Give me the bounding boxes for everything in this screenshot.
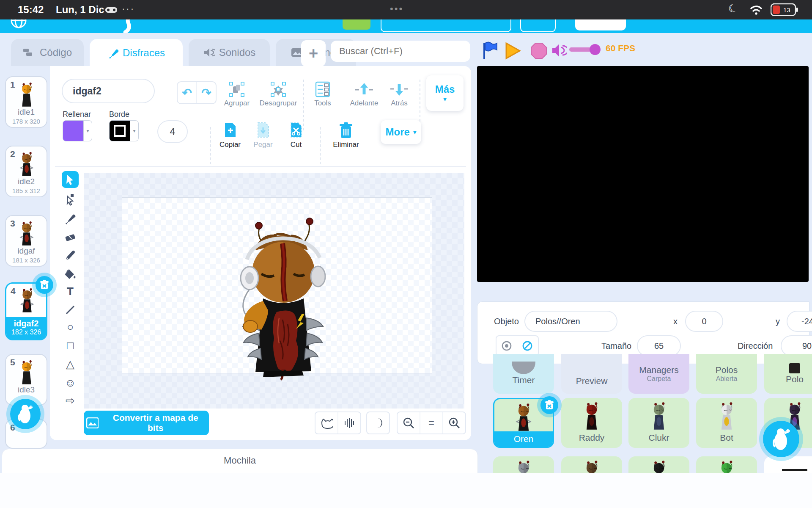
flag-button[interactable]: [482, 41, 499, 60]
backpack-bar[interactable]: Mochila: [2, 449, 478, 474]
stage-viewport[interactable]: [477, 66, 809, 282]
tab-sonidos[interactable]: Sonidos: [189, 39, 270, 66]
sprite-card-clukr[interactable]: Clukr: [628, 398, 689, 448]
add-sprite-button[interactable]: [763, 421, 799, 457]
tool-triangle[interactable]: △: [62, 356, 79, 373]
tool-select[interactable]: [62, 171, 79, 188]
y-position-input[interactable]: [787, 311, 812, 332]
backward-button[interactable]: Atrás: [387, 81, 412, 108]
convert-to-bitmap-button[interactable]: Convertir a mapa de bits: [84, 411, 209, 435]
tool-brush[interactable]: [62, 210, 79, 227]
app-root: Acceder a puntos de restauración 15:42 L…: [0, 0, 812, 508]
moon-button[interactable]: [367, 412, 389, 433]
size-input[interactable]: [637, 335, 681, 356]
sprite-name: Clukr: [628, 433, 689, 443]
forward-button[interactable]: Adelante: [348, 81, 381, 108]
stop-button[interactable]: [530, 42, 547, 59]
sprite-card-raddy[interactable]: Raddy: [561, 398, 622, 448]
redo-button[interactable]: ↷: [197, 82, 216, 103]
tool-circle[interactable]: ○: [62, 318, 79, 335]
border-color-picker[interactable]: ▾: [109, 120, 139, 141]
costume-artwork[interactable]: [219, 212, 346, 381]
direction-input[interactable]: [781, 335, 812, 356]
trash-x-icon: [545, 400, 554, 410]
penguin-icon: [17, 404, 34, 424]
sprite-name: Bot: [696, 433, 757, 443]
fill-color-swatch: [63, 120, 84, 141]
sprite-name-input[interactable]: [524, 311, 617, 332]
show-sprite-button[interactable]: [496, 335, 518, 356]
tool-flip-arrow[interactable]: ⇨: [62, 392, 79, 409]
more-label: More: [386, 126, 410, 138]
tab-disfraces[interactable]: Disfraces: [90, 39, 183, 67]
canvas-view-group: [315, 411, 361, 434]
delete-sprite-button[interactable]: [540, 396, 558, 414]
copy-button[interactable]: Copiar: [217, 122, 244, 149]
sprite-thumb-raddy: [581, 400, 603, 431]
cat-outline-button[interactable]: [315, 412, 337, 433]
zoom-out-icon: [403, 417, 414, 429]
fill-color-picker[interactable]: ▾: [63, 120, 92, 141]
tab-sonidos-label: Sonidos: [219, 47, 256, 58]
undo-button[interactable]: ↶: [178, 82, 197, 103]
mas-button[interactable]: Más ▾: [426, 75, 464, 111]
x-position-input[interactable]: [685, 311, 723, 332]
delete-button[interactable]: Eliminar: [331, 122, 361, 149]
tool-rectangle[interactable]: □: [62, 337, 79, 354]
sprite-card-partial-3[interactable]: [628, 456, 689, 473]
penguin-icon: [771, 427, 791, 451]
costume-card-idle2[interactable]: 2 idle2 185 x 312: [5, 146, 47, 197]
play-button[interactable]: [504, 41, 522, 60]
tool-reshape[interactable]: [62, 191, 79, 208]
group-button[interactable]: Agrupar: [222, 81, 252, 108]
ungroup-button[interactable]: Desagrupar: [259, 81, 298, 108]
costume-card-idle3[interactable]: 5 idle3: [5, 354, 47, 406]
cut-button[interactable]: Cut: [286, 122, 306, 149]
search-input[interactable]: [331, 41, 470, 62]
more-button[interactable]: More ▾: [381, 120, 421, 144]
sprite-card-preview[interactable]: Preview: [561, 354, 622, 394]
sprite-card-managers[interactable]: Managers Carpeta: [628, 354, 689, 394]
sprite-card-bot[interactable]: Bot: [696, 398, 757, 448]
tool-text[interactable]: T: [62, 283, 79, 300]
cursor-icon: [65, 174, 75, 185]
pen-icon: [64, 250, 76, 262]
costume-card-idle1[interactable]: 1 idle1 178 x 320: [5, 76, 47, 128]
sprite-thumb-green: [716, 458, 738, 473]
tool-fill[interactable]: [62, 266, 79, 283]
tab-codigo[interactable]: Código: [11, 39, 84, 66]
brush-tool-icon: [64, 213, 76, 224]
sprite-card-polo[interactable]: Polo: [764, 354, 812, 394]
zoom-in-button[interactable]: [442, 412, 465, 433]
sprite-card-partial-4[interactable]: [696, 456, 757, 473]
sprite-card-polos[interactable]: Polos Abierta: [696, 354, 757, 394]
sprite-card-partial-1[interactable]: [493, 456, 554, 473]
volume-icon[interactable]: [551, 42, 567, 58]
costume-card-idgaf[interactable]: 3 idgaf 181 x 326: [5, 215, 47, 267]
sprite-name: Polos: [696, 365, 757, 375]
add-tab-button[interactable]: +: [301, 40, 326, 66]
tool-pen[interactable]: [62, 247, 79, 264]
tool-stamp-smiley[interactable]: ☺: [62, 374, 79, 391]
tools-button[interactable]: Tools: [309, 81, 337, 108]
volume-slider-thumb[interactable]: [590, 44, 601, 55]
onion-lines-button[interactable]: [337, 412, 360, 433]
zoom-group: =: [397, 411, 466, 434]
paint-canvas[interactable]: [84, 173, 464, 409]
sprite-card-partial-5[interactable]: [764, 456, 812, 473]
tool-line[interactable]: [62, 301, 79, 318]
square-tool-icon: □: [67, 339, 74, 352]
delete-costume-button[interactable]: [36, 276, 53, 294]
sprite-card-partial-2[interactable]: [561, 456, 622, 473]
trash-x-icon: [40, 280, 49, 290]
zoom-reset-button[interactable]: =: [420, 412, 442, 433]
stroke-width-input[interactable]: [157, 120, 188, 143]
hide-sprite-button[interactable]: [517, 335, 539, 356]
zoom-out-button[interactable]: [398, 412, 420, 433]
x-label: x: [673, 317, 678, 326]
tool-eraser[interactable]: [62, 229, 79, 246]
add-costume-button[interactable]: [10, 399, 41, 429]
costume-name-input[interactable]: [62, 79, 155, 103]
paste-button[interactable]: Pegar: [250, 122, 276, 149]
sprite-card-timer[interactable]: Timer: [493, 354, 554, 394]
